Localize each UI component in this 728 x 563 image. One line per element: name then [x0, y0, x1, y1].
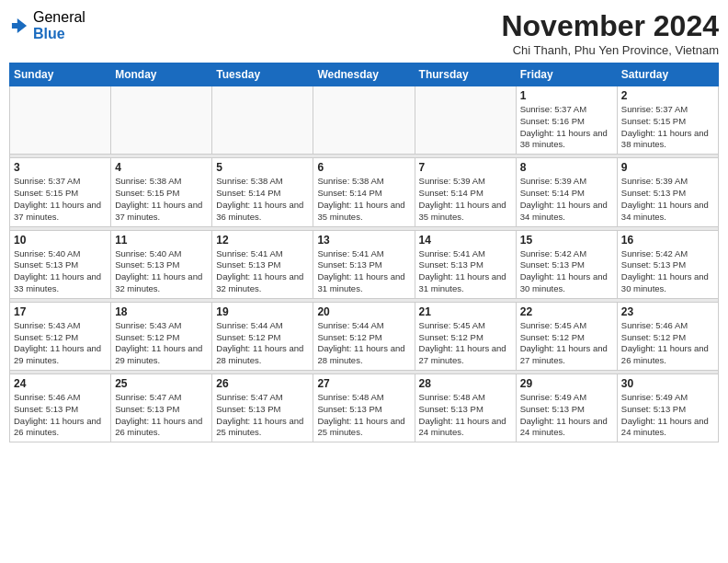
- location: Chi Thanh, Phu Yen Province, Vietnam: [501, 43, 719, 57]
- day-info: Sunrise: 5:40 AM Sunset: 5:13 PM Dayligh…: [115, 248, 208, 295]
- calendar-cell: 13Sunrise: 5:41 AM Sunset: 5:13 PM Dayli…: [313, 230, 415, 298]
- calendar-cell: [10, 86, 111, 155]
- day-number: 21: [419, 305, 512, 318]
- svg-marker-0: [12, 18, 27, 33]
- weekday-header-monday: Monday: [111, 63, 212, 86]
- day-info: Sunrise: 5:46 AM Sunset: 5:13 PM Dayligh…: [14, 392, 107, 439]
- calendar-cell: 21Sunrise: 5:45 AM Sunset: 5:12 PM Dayli…: [415, 302, 516, 370]
- calendar-cell: 23Sunrise: 5:46 AM Sunset: 5:12 PM Dayli…: [617, 302, 718, 370]
- calendar-cell: 14Sunrise: 5:41 AM Sunset: 5:13 PM Dayli…: [415, 230, 516, 298]
- calendar-cell: 2Sunrise: 5:37 AM Sunset: 5:15 PM Daylig…: [617, 86, 718, 155]
- calendar-cell: 30Sunrise: 5:49 AM Sunset: 5:13 PM Dayli…: [617, 374, 718, 442]
- day-number: 5: [216, 161, 309, 174]
- calendar-cell: 25Sunrise: 5:47 AM Sunset: 5:13 PM Dayli…: [111, 374, 212, 442]
- calendar-cell: 26Sunrise: 5:47 AM Sunset: 5:13 PM Dayli…: [212, 374, 313, 442]
- calendar-week-row: 1Sunrise: 5:37 AM Sunset: 5:16 PM Daylig…: [10, 86, 719, 155]
- day-number: 24: [14, 377, 107, 390]
- calendar-cell: 9Sunrise: 5:39 AM Sunset: 5:13 PM Daylig…: [617, 158, 718, 226]
- day-info: Sunrise: 5:44 AM Sunset: 5:12 PM Dayligh…: [216, 320, 309, 367]
- logo: General Blue: [9, 9, 85, 41]
- month-title: November 2024: [501, 9, 719, 43]
- calendar-cell: 28Sunrise: 5:48 AM Sunset: 5:13 PM Dayli…: [415, 374, 516, 442]
- day-number: 18: [115, 305, 208, 318]
- calendar-cell: 29Sunrise: 5:49 AM Sunset: 5:13 PM Dayli…: [516, 374, 617, 442]
- day-info: Sunrise: 5:37 AM Sunset: 5:15 PM Dayligh…: [621, 104, 714, 151]
- calendar-cell: [111, 86, 212, 155]
- logo-text: General Blue: [33, 9, 85, 41]
- day-info: Sunrise: 5:48 AM Sunset: 5:13 PM Dayligh…: [317, 392, 410, 439]
- day-info: Sunrise: 5:39 AM Sunset: 5:14 PM Dayligh…: [419, 176, 512, 223]
- calendar-cell: 12Sunrise: 5:41 AM Sunset: 5:13 PM Dayli…: [212, 230, 313, 298]
- day-number: 22: [520, 305, 613, 318]
- day-info: Sunrise: 5:40 AM Sunset: 5:13 PM Dayligh…: [14, 248, 107, 295]
- calendar-cell: 4Sunrise: 5:38 AM Sunset: 5:15 PM Daylig…: [111, 158, 212, 226]
- day-number: 27: [317, 377, 410, 390]
- calendar-week-row: 3Sunrise: 5:37 AM Sunset: 5:15 PM Daylig…: [10, 158, 719, 226]
- calendar-cell: 19Sunrise: 5:44 AM Sunset: 5:12 PM Dayli…: [212, 302, 313, 370]
- calendar-cell: 15Sunrise: 5:42 AM Sunset: 5:13 PM Dayli…: [516, 230, 617, 298]
- day-number: 8: [520, 161, 613, 174]
- day-number: 7: [419, 161, 512, 174]
- day-info: Sunrise: 5:38 AM Sunset: 5:15 PM Dayligh…: [115, 176, 208, 223]
- day-info: Sunrise: 5:45 AM Sunset: 5:12 PM Dayligh…: [520, 320, 613, 367]
- day-number: 19: [216, 305, 309, 318]
- calendar-cell: 16Sunrise: 5:42 AM Sunset: 5:13 PM Dayli…: [617, 230, 718, 298]
- day-info: Sunrise: 5:42 AM Sunset: 5:13 PM Dayligh…: [621, 248, 714, 295]
- day-number: 12: [216, 234, 309, 247]
- day-info: Sunrise: 5:37 AM Sunset: 5:15 PM Dayligh…: [14, 176, 107, 223]
- calendar-cell: [212, 86, 313, 155]
- day-info: Sunrise: 5:43 AM Sunset: 5:12 PM Dayligh…: [115, 320, 208, 367]
- day-number: 6: [317, 161, 410, 174]
- day-info: Sunrise: 5:42 AM Sunset: 5:13 PM Dayligh…: [520, 248, 613, 295]
- calendar-cell: 22Sunrise: 5:45 AM Sunset: 5:12 PM Dayli…: [516, 302, 617, 370]
- day-info: Sunrise: 5:45 AM Sunset: 5:12 PM Dayligh…: [419, 320, 512, 367]
- logo-icon: [9, 16, 29, 36]
- day-info: Sunrise: 5:39 AM Sunset: 5:14 PM Dayligh…: [520, 176, 613, 223]
- calendar-cell: 7Sunrise: 5:39 AM Sunset: 5:14 PM Daylig…: [415, 158, 516, 226]
- weekday-header-tuesday: Tuesday: [212, 63, 313, 86]
- day-number: 26: [216, 377, 309, 390]
- day-number: 23: [621, 305, 714, 318]
- day-number: 16: [621, 234, 714, 247]
- day-number: 15: [520, 234, 613, 247]
- day-info: Sunrise: 5:44 AM Sunset: 5:12 PM Dayligh…: [317, 320, 410, 367]
- day-number: 10: [14, 234, 107, 247]
- day-info: Sunrise: 5:43 AM Sunset: 5:12 PM Dayligh…: [14, 320, 107, 367]
- weekday-header-saturday: Saturday: [617, 63, 718, 86]
- calendar-cell: 10Sunrise: 5:40 AM Sunset: 5:13 PM Dayli…: [10, 230, 111, 298]
- day-info: Sunrise: 5:41 AM Sunset: 5:13 PM Dayligh…: [317, 248, 410, 295]
- day-number: 29: [520, 377, 613, 390]
- logo-general: General: [33, 9, 85, 26]
- day-number: 13: [317, 234, 410, 247]
- day-info: Sunrise: 5:41 AM Sunset: 5:13 PM Dayligh…: [216, 248, 309, 295]
- day-number: 1: [520, 89, 613, 102]
- calendar-week-row: 10Sunrise: 5:40 AM Sunset: 5:13 PM Dayli…: [10, 230, 719, 298]
- weekday-header-row: SundayMondayTuesdayWednesdayThursdayFrid…: [10, 63, 719, 86]
- logo-blue: Blue: [33, 26, 85, 42]
- title-block: November 2024 Chi Thanh, Phu Yen Provinc…: [501, 9, 719, 57]
- day-info: Sunrise: 5:49 AM Sunset: 5:13 PM Dayligh…: [520, 392, 613, 439]
- page-header: General Blue November 2024 Chi Thanh, Ph…: [9, 9, 719, 57]
- calendar-cell: [415, 86, 516, 155]
- day-info: Sunrise: 5:47 AM Sunset: 5:13 PM Dayligh…: [115, 392, 208, 439]
- calendar-cell: 6Sunrise: 5:38 AM Sunset: 5:14 PM Daylig…: [313, 158, 415, 226]
- calendar-cell: 20Sunrise: 5:44 AM Sunset: 5:12 PM Dayli…: [313, 302, 415, 370]
- day-info: Sunrise: 5:41 AM Sunset: 5:13 PM Dayligh…: [419, 248, 512, 295]
- day-info: Sunrise: 5:48 AM Sunset: 5:13 PM Dayligh…: [419, 392, 512, 439]
- day-number: 30: [621, 377, 714, 390]
- day-number: 14: [419, 234, 512, 247]
- calendar-cell: [313, 86, 415, 155]
- day-info: Sunrise: 5:46 AM Sunset: 5:12 PM Dayligh…: [621, 320, 714, 367]
- day-info: Sunrise: 5:49 AM Sunset: 5:13 PM Dayligh…: [621, 392, 714, 439]
- weekday-header-wednesday: Wednesday: [313, 63, 415, 86]
- day-number: 11: [115, 234, 208, 247]
- day-number: 4: [115, 161, 208, 174]
- calendar-cell: 27Sunrise: 5:48 AM Sunset: 5:13 PM Dayli…: [313, 374, 415, 442]
- calendar-cell: 3Sunrise: 5:37 AM Sunset: 5:15 PM Daylig…: [10, 158, 111, 226]
- day-number: 17: [14, 305, 107, 318]
- calendar-table: SundayMondayTuesdayWednesdayThursdayFrid…: [9, 63, 719, 442]
- weekday-header-friday: Friday: [516, 63, 617, 86]
- day-info: Sunrise: 5:39 AM Sunset: 5:13 PM Dayligh…: [621, 176, 714, 223]
- day-number: 3: [14, 161, 107, 174]
- weekday-header-thursday: Thursday: [415, 63, 516, 86]
